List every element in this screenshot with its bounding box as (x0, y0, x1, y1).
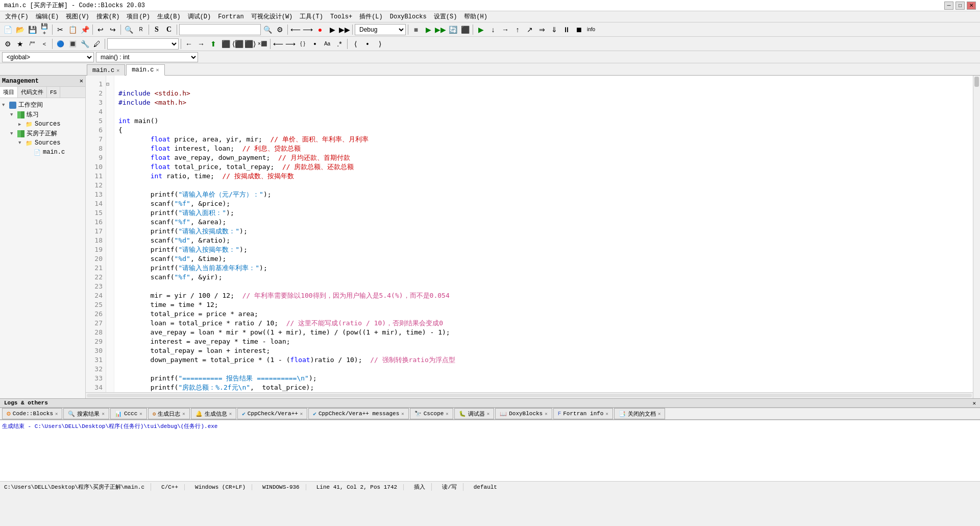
code-lines[interactable]: #include <stdio.h> #include <math.h> int… (114, 76, 973, 392)
btm-close-fortran[interactable]: ✕ (605, 411, 608, 417)
logs-close-icon[interactable]: ✕ (972, 400, 976, 407)
btm-tab-debugger[interactable]: 🐛 调试器 ✕ (454, 408, 494, 419)
menu-tools[interactable]: 工具(T) (297, 11, 326, 22)
tb2-jump-button[interactable]: ⬆ (208, 38, 219, 50)
btm-tab-codeblocks[interactable]: ⚙ Code::Blocks ✕ (2, 408, 62, 419)
build-button[interactable]: ■ (410, 24, 422, 35)
search-settings-button[interactable]: ⚙ (274, 24, 285, 35)
menu-doxyblocks[interactable]: DoxyBlocks (387, 12, 430, 21)
tb2-clear-mark[interactable]: ×⬛ (257, 38, 268, 50)
tb2-icon1[interactable]: 🔵 (55, 38, 66, 50)
debug-stopinst-button[interactable]: ⇓ (549, 24, 560, 35)
rebuild-button[interactable]: 🔄 (447, 24, 458, 35)
debug-stepover-button[interactable]: → (500, 24, 511, 35)
btm-close-debugger[interactable]: ✕ (487, 411, 489, 417)
right-scrollbar[interactable] (973, 76, 980, 398)
undo-button[interactable]: ↩ (95, 24, 106, 35)
build-config-dropdown[interactable]: Debug Release (355, 24, 406, 35)
replace-button[interactable]: R (135, 24, 146, 35)
save-all-button[interactable]: 💾+ (39, 24, 50, 35)
open-button[interactable]: 📂 (14, 24, 26, 35)
btm-close-closed[interactable]: ✕ (658, 411, 660, 417)
tb2-asterisk[interactable]: .* (334, 38, 345, 50)
debug-runtocursor-button[interactable]: ↗ (524, 24, 535, 35)
build-run-button[interactable]: ▶▶ (435, 24, 446, 35)
tb2-dot[interactable]: • (309, 38, 321, 50)
search-field[interactable] (179, 24, 261, 35)
tree-sources-practice[interactable]: ▶ 📁 Sources (2, 119, 83, 129)
btm-tab-cccc[interactable]: 📊 Cccc ✕ (110, 408, 147, 419)
debug-run2-button[interactable]: ▶▶ (339, 24, 350, 35)
tb2-mark-button[interactable]: ⬛ (220, 38, 231, 50)
new-button[interactable]: 📄 (2, 24, 13, 35)
tb2-extra3[interactable]: ⟩ (374, 38, 385, 50)
btm-tab-buildlog[interactable]: ⚙ 生成日志 ✕ (148, 408, 190, 419)
btm-close-search[interactable]: ✕ (102, 411, 104, 417)
tb2-nav-next[interactable]: ⟶ (285, 38, 296, 50)
tb2-nav-prev[interactable]: ⟵ (273, 38, 284, 50)
tb2-extra2[interactable]: • (362, 38, 373, 50)
close-button[interactable]: ✕ (967, 2, 976, 10)
menu-help[interactable]: 帮助(H) (461, 11, 491, 22)
debug-prev-button[interactable]: ⟵ (290, 24, 301, 35)
menu-edit[interactable]: 编辑(E) (33, 11, 62, 22)
tree-project-main[interactable]: ▼ 买房子正解 (2, 129, 83, 138)
breakpoint-button[interactable]: ● (314, 24, 326, 35)
btm-tab-cppcheck-msg[interactable]: ✔ CppCheck/Vera++ messages ✕ (308, 408, 408, 419)
debug-run-button[interactable]: ▶ (327, 24, 338, 35)
stop-button[interactable]: ⬛ (459, 24, 471, 35)
tb2-extra1[interactable]: ⟨ (350, 38, 361, 50)
debug-nextinst-button[interactable]: ⇒ (536, 24, 548, 35)
debug-pause-button[interactable]: ⏸ (561, 24, 572, 35)
btm-close-cppcheck[interactable]: ✕ (300, 411, 303, 417)
cut-button[interactable]: ✂ (55, 24, 66, 35)
tree-project-practice[interactable]: ▼ 练习 (2, 110, 83, 119)
run-button[interactable]: ▶ (423, 24, 434, 35)
menu-settings[interactable]: 设置(S) (431, 11, 460, 22)
btm-close-buildlog[interactable]: ✕ (182, 411, 185, 417)
tb2-lt[interactable]: < (39, 38, 50, 50)
tb-btn-c[interactable]: C (163, 24, 175, 35)
menu-project[interactable]: 项目(P) (124, 11, 153, 22)
menu-debug[interactable]: 调试(D) (185, 11, 214, 22)
btm-tab-cscope[interactable]: 🔭 Cscope ✕ (410, 408, 453, 419)
func-scope-dropdown[interactable]: main() : int (96, 52, 198, 62)
sidebar-close-icon[interactable]: ✕ (80, 77, 83, 85)
menu-view[interactable]: 视图(V) (63, 11, 92, 22)
tb2-back-button[interactable]: ← (183, 38, 194, 50)
btm-close-cccc[interactable]: ✕ (139, 411, 142, 417)
menu-tools-plus[interactable]: Tools+ (327, 12, 355, 21)
tb2-btn1[interactable]: ⚙ (2, 38, 13, 50)
global-scope-dropdown[interactable]: <global> (2, 52, 94, 62)
tb2-icon4[interactable]: 🖊 (91, 38, 103, 50)
btm-close-doxyblocks[interactable]: ✕ (545, 411, 547, 417)
tb2-match[interactable]: { } (297, 38, 308, 50)
menu-file[interactable]: 文件(F) (2, 11, 32, 22)
btm-close-buildinfo[interactable]: ✕ (229, 411, 232, 417)
tab-main-c-2[interactable]: main.c ✕ (126, 64, 164, 76)
btm-tab-buildinfo[interactable]: 🔔 生成信息 ✕ (191, 408, 236, 419)
tb2-next-mark[interactable]: ⬛⟩ (244, 38, 256, 50)
sidebar-tab-fs[interactable]: FS (47, 87, 60, 98)
tb2-icon2[interactable]: 🔳 (67, 38, 78, 50)
sidebar-tab-code[interactable]: 代码文件 (18, 87, 47, 98)
tb2-aa[interactable]: Aa (322, 38, 333, 50)
search-go-button[interactable]: 🔍 (262, 24, 273, 35)
tab-close-2[interactable]: ✕ (156, 67, 159, 73)
redo-button[interactable]: ↪ (107, 24, 118, 35)
menu-fortran[interactable]: Fortran (215, 12, 247, 21)
btm-close-cscope[interactable]: ✕ (446, 411, 448, 417)
debug-start-button[interactable]: ▶ (475, 24, 486, 35)
btm-tab-closed[interactable]: 📑 关闭的文档 ✕ (614, 408, 665, 419)
h-scrollbar[interactable] (86, 392, 973, 398)
menu-visual-design[interactable]: 可视化设计(W) (248, 11, 296, 22)
copy-button[interactable]: 📋 (67, 24, 78, 35)
save-button[interactable]: 💾 (27, 24, 38, 35)
menu-plugins[interactable]: 插件(L) (356, 11, 386, 22)
collapse-btn-5[interactable]: ⊟ (106, 80, 114, 89)
btm-tab-cppcheck[interactable]: ✔ CppCheck/Vera++ ✕ (237, 408, 307, 419)
btm-tab-fortran[interactable]: F Fortran info ✕ (553, 408, 613, 419)
maximize-button[interactable]: □ (955, 2, 965, 10)
tb2-btn2[interactable]: ★ (14, 38, 26, 50)
debug-stop-button[interactable]: ⏹ (573, 24, 584, 35)
